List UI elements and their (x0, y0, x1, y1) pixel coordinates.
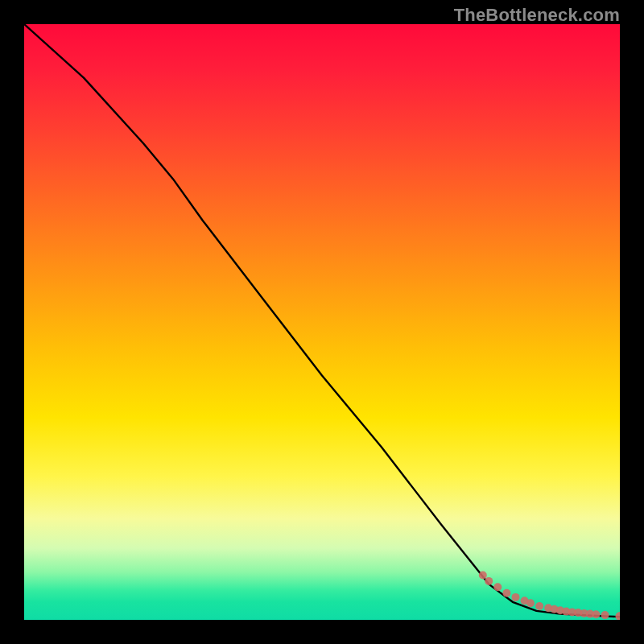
data-point (479, 572, 487, 580)
data-point (526, 599, 535, 607)
data-point (502, 589, 510, 597)
curve-line (24, 24, 620, 617)
chart-overlay (24, 24, 620, 620)
chart-frame: TheBottleneck.com (0, 0, 644, 644)
data-point (485, 577, 493, 585)
data-point (493, 583, 502, 591)
data-point (616, 612, 621, 620)
data-point (535, 602, 543, 610)
plot-area (24, 24, 620, 620)
data-point (601, 611, 609, 619)
watermark-text: TheBottleneck.com (454, 5, 620, 26)
data-point (512, 593, 520, 601)
data-point (592, 610, 600, 618)
